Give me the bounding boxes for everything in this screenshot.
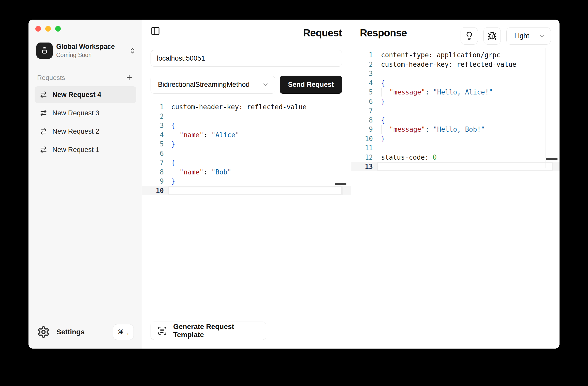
code-line[interactable]: 6 <box>142 149 351 158</box>
app-window: Global Workspace Coming Soon Requests <box>28 20 560 349</box>
workspace-subtitle: Coming Soon <box>56 52 129 59</box>
chevron-down-icon <box>538 32 546 39</box>
code-line-content: content-type: application/grpc <box>377 50 553 60</box>
code-line[interactable]: 11 <box>351 143 560 153</box>
request-editor-scrollbar-thumb[interactable] <box>335 183 346 185</box>
debug-button[interactable] <box>483 27 501 45</box>
request-list-item[interactable]: New Request 3 <box>35 105 136 121</box>
indent-guide <box>172 131 180 139</box>
response-editor-scrollbar-thumb[interactable] <box>546 158 557 160</box>
chevrons-up-down-icon <box>129 47 136 54</box>
response-panel-title: Response <box>360 27 407 39</box>
line-number: 1 <box>351 51 377 59</box>
line-number: 7 <box>142 159 168 167</box>
response-editor-divider <box>546 48 546 168</box>
code-line[interactable]: 3 <box>351 69 560 78</box>
add-request-button[interactable] <box>125 73 134 82</box>
hint-button[interactable] <box>461 27 478 45</box>
workspace-text: Global Workspace Coming Soon <box>56 43 129 59</box>
code-line[interactable]: 1content-type: application/grpc <box>351 50 560 60</box>
workspace-switcher[interactable]: Global Workspace Coming Soon <box>36 43 136 59</box>
zoom-window-button[interactable] <box>55 26 61 32</box>
code-line[interactable]: 3{ <box>142 121 351 130</box>
code-line-content: "message": "Hello, Bob!" <box>377 125 553 134</box>
code-line[interactable]: 10} <box>351 134 560 144</box>
line-number: 5 <box>351 88 377 96</box>
template-icon <box>157 326 167 336</box>
code-line[interactable]: 8"name": "Bob" <box>142 168 351 177</box>
method-dropdown-value: BidirectionalStreamingMethod <box>158 81 262 89</box>
line-number: 13 <box>351 163 377 170</box>
line-number: 9 <box>142 177 168 185</box>
code-line-content <box>377 143 553 153</box>
workspace-title: Global Workspace <box>56 43 129 51</box>
line-number: 4 <box>142 131 168 139</box>
line-number: 8 <box>351 116 377 124</box>
code-line-content: } <box>168 140 343 149</box>
request-item-label: New Request 2 <box>52 128 99 135</box>
code-line-content <box>168 186 343 196</box>
request-list-item[interactable]: New Request 1 <box>35 141 136 158</box>
code-line[interactable]: 4{ <box>351 78 560 88</box>
code-line-content: { <box>377 116 553 125</box>
server-url-input[interactable] <box>151 50 342 67</box>
code-line[interactable]: 9"message": "Hello, Bob!" <box>351 125 560 134</box>
code-line-content <box>168 149 343 158</box>
gear-icon <box>37 326 50 338</box>
code-line[interactable]: 8{ <box>351 116 560 125</box>
code-line-content: { <box>168 121 343 130</box>
code-line-content: "name": "Bob" <box>168 168 343 177</box>
indent-guide <box>381 125 389 134</box>
line-number: 3 <box>351 70 377 77</box>
code-line[interactable]: 5"message": "Hello, Alice!" <box>351 88 560 97</box>
method-dropdown[interactable]: BidirectionalStreamingMethod <box>151 76 275 94</box>
code-line[interactable]: 5} <box>142 140 351 149</box>
chevron-down-icon <box>262 81 269 89</box>
code-line[interactable]: 6} <box>351 97 560 106</box>
code-line-content <box>377 69 553 78</box>
request-item-label: New Request 4 <box>52 91 101 99</box>
code-line[interactable]: 12status-code: 0 <box>351 153 560 162</box>
bug-icon <box>488 31 497 40</box>
code-line[interactable]: 2custom-header-key: reflected-value <box>351 60 560 69</box>
code-line[interactable]: 9} <box>142 177 351 186</box>
close-window-button[interactable] <box>35 26 41 32</box>
code-line-content: "name": "Alice" <box>168 130 343 140</box>
line-number: 8 <box>142 168 168 176</box>
code-line[interactable]: 13 <box>351 162 560 171</box>
code-line[interactable]: 7{ <box>142 158 351 168</box>
generate-template-button[interactable]: Generate Request Template <box>151 322 266 340</box>
request-panel-title: Request <box>303 27 342 39</box>
send-request-button[interactable]: Send Request <box>280 76 342 94</box>
request-editor[interactable]: 1custom-header-key: reflected-value23{4"… <box>142 102 351 195</box>
line-number: 5 <box>142 140 168 148</box>
window-controls <box>35 26 61 32</box>
theme-dropdown[interactable]: Light <box>506 27 551 45</box>
sidebar-toggle-button[interactable] <box>151 26 160 36</box>
code-line-content: { <box>168 158 343 168</box>
code-line-content: status-code: 0 <box>377 153 553 162</box>
request-list-item[interactable]: New Request 2 <box>35 123 136 140</box>
settings-button[interactable]: Settings ⌘ , <box>37 324 134 340</box>
arrow-right-left-icon <box>40 146 47 154</box>
code-line[interactable]: 7 <box>351 106 560 116</box>
request-list-item[interactable]: New Request 4 <box>35 86 136 103</box>
response-header-actions: Light <box>461 27 551 45</box>
code-line-content: { <box>377 78 553 88</box>
response-editor[interactable]: 1content-type: application/grpc2custom-h… <box>351 50 560 171</box>
indent-guide <box>172 168 180 176</box>
code-line[interactable]: 2 <box>142 112 351 121</box>
arrow-right-left-icon <box>40 109 47 117</box>
code-line[interactable]: 4"name": "Alice" <box>142 130 351 140</box>
response-panel: Response Light <box>351 20 560 349</box>
request-item-label: New Request 1 <box>52 146 99 154</box>
line-number: 2 <box>142 113 168 120</box>
line-number: 10 <box>142 187 168 195</box>
line-number: 6 <box>142 150 168 157</box>
line-number: 2 <box>351 61 377 68</box>
request-panel: Request BidirectionalStreamingMethod Sen… <box>142 20 351 349</box>
code-line[interactable]: 1custom-header-key: reflected-value <box>142 102 351 112</box>
code-line[interactable]: 10 <box>142 186 351 196</box>
minimize-window-button[interactable] <box>45 26 51 32</box>
line-number: 9 <box>351 126 377 133</box>
